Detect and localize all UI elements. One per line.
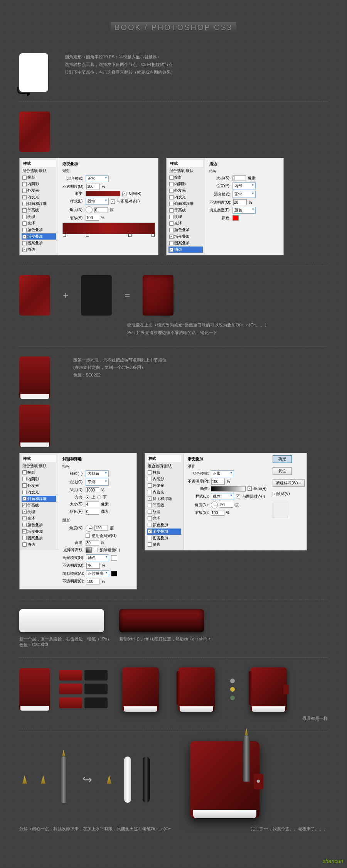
ok-button[interactable]: 确定 [273,455,292,463]
style-item[interactable]: 内发光 [22,194,56,200]
blend-select[interactable]: 正常 [232,191,256,198]
section-4: 跟第一步同理，只不过把旋转节点调到上中节点位 (在未旋转之前，复制一个ctrl+… [19,347,328,599]
style-item[interactable]: 内发光 [168,194,203,200]
style-item[interactable]: 纹理 [22,214,56,220]
plus-icon: + [63,290,68,301]
book-preview [19,668,50,711]
filltype-select[interactable]: 颜色 [232,207,256,214]
section-6: 原理都是一样 [19,658,328,731]
final-book-icon [190,741,259,818]
red-cover-preview [19,111,50,152]
angle-input[interactable] [94,207,108,213]
pen-assembled [60,757,67,803]
style-item[interactable]: 光泽 [168,220,203,226]
size-input[interactable] [232,175,246,181]
style-list: 样式 混合选项:默认 投影 内阴影 外发光 内发光 斜面和浮雕 等高线 纹理 光… [145,453,184,550]
blend-options[interactable]: 混合选项:默认 [22,168,56,174]
book-icon-2 [178,667,215,712]
section-5: 新一个层，画一条路径，右击描边，铅笔（1Px） 色值：C3C3C3 复制(ctr… [19,599,328,658]
dialog-buttons: 确定 复位 新建样式(W)... 预览(V) [271,453,306,520]
style-item[interactable]: 颜色叠加 [22,227,56,233]
pen-nib-icon [41,775,45,784]
style-list: 样式 混合选项:默认 投影 内阴影 外发光 内发光 斜面和浮雕 等高线 纹理 光… [20,453,58,550]
style-item[interactable]: 投影 [168,174,203,181]
style-item[interactable]: 内阴影 [168,181,203,187]
result-preview [143,275,174,316]
preview-swatch [273,503,288,518]
section-1: 圆角矩形（圆角半径10 PS：半径越大显示就越厚） 选择转换点工具，选择左下角两… [19,44,328,102]
style-select[interactable]: 线性 [86,198,109,205]
layer-style-dialog-3: 样式 混合选项:默认 投影 内阴影 外发光 内发光 斜面和浮雕 等高线 纹理 光… [19,453,137,589]
page-strip-light [19,609,104,632]
style-list: 样式 混合选项:默认 投影 内阴影 外发光 内发光 斜面和浮雕 等高线 纹理 光… [167,158,205,255]
pen-nib-icon [22,775,27,784]
blend-mode-select[interactable]: 正常 [86,175,109,182]
style-item[interactable]: 图案叠加 [168,240,203,246]
white-rect-preview [19,53,48,92]
style-item[interactable]: 渐变叠加 [168,233,203,240]
gradient-panel-2: 渐变叠加 渐变 混合模式:正常 不透明度(P): % 渐变: 反向(R) 样式(… [185,453,270,520]
align-checkbox[interactable] [111,199,115,204]
style-list: 样式 混合选项:默认 投影 内阴影 外发光 内发光 斜面和浮雕 等高线 纹理 光… [20,158,58,255]
style-item[interactable]: 斜面和浮雕 [22,201,56,207]
cancel-button[interactable]: 复位 [273,467,292,475]
scale-input[interactable] [86,215,99,221]
reverse-checkbox[interactable] [122,192,126,196]
style-item-gradient[interactable]: 渐变叠加 [22,233,56,240]
arrow-squiggle: ↪ [83,773,92,786]
pen-nib-icon [107,775,111,784]
book-with-pages-2 [19,405,50,447]
style-item[interactable]: 光泽 [22,220,56,226]
style-item[interactable]: 外发光 [168,187,203,194]
layer-style-dialog-4: 样式 混合选项:默认 投影 内阴影 外发光 内发光 斜面和浮雕 等高线 纹理 光… [145,453,307,551]
color-picker[interactable] [232,215,239,221]
style-item[interactable]: 等高线 [168,207,203,213]
style-item[interactable]: 内阴影 [22,181,56,187]
gradient-overlay-panel: 渐变叠加 渐变 混合模式:正常 不透明度(O): % 渐变: 反向(R) 样式(… [59,158,158,237]
position-select[interactable]: 内部 [232,182,256,189]
book-with-pages [19,356,50,399]
page-title: BOOK / PHOTOSHOP CS3 [19,12,328,44]
section-3: + = 纹理盖在上面（模式改为柔光~当然重口味的可以改为叠加O(∩_∩)O~。。… [19,265,328,347]
layer-style-dialog-1: 样式 混合选项:默认 投影 内阴影 外发光 内发光 斜面和浮雕 等高线 纹理 光… [19,158,158,255]
book-icon-1 [122,667,159,712]
style-item[interactable]: 等高线 [22,207,56,213]
style-item[interactable]: 斜面和浮雕 [168,201,203,207]
style-item-stroke[interactable]: 描边 [168,247,203,253]
style-item[interactable]: 投影 [22,174,56,181]
page-strip-dark [119,609,204,632]
new-style-button[interactable]: 新建样式(W)... [273,479,304,487]
equals-icon: = [125,290,130,301]
style-item[interactable]: 外发光 [22,187,56,194]
style-item[interactable]: 纹理 [168,214,203,220]
stroke-panel: 描边 结构 大小(S):像素 位置(P):内部 混合模式:正常 不透明度(O):… [206,158,283,225]
gradient-picker[interactable] [86,191,120,196]
layer-style-dialog-2: 样式 混合选项:默认 投影 内阴影 外发光 内发光 斜面和浮雕 等高线 纹理 光… [166,158,284,255]
pen-part-white [124,757,131,803]
style-item[interactable]: 描边 [22,247,56,253]
section-2: 样式 混合选项:默认 投影 内阴影 外发光 内发光 斜面和浮雕 等高线 纹理 光… [19,102,328,265]
gradient-editor[interactable] [62,223,155,234]
pen-part-black [143,757,150,803]
styles-header: 样式 [22,160,56,167]
opacity-input[interactable] [86,184,100,189]
opacity-input[interactable] [233,199,247,205]
bevel-panel: 斜面和浮雕 结构 样式(T):内斜面 方法(Q):平滑 深度(D): % 方向:… [59,453,136,589]
book-icon-3 [250,667,287,712]
section-7: ↪ 分解（耐心一点，我就没静下来，在加上水平有限，只能画出这种钢笔O(∩_∩)O… [19,731,328,841]
angle-dial[interactable] [86,206,93,213]
blend-options[interactable]: 混合选项:默认 [168,168,203,174]
red-cover [19,275,50,316]
style-item[interactable]: 颜色叠加 [168,227,203,233]
section1-text: 圆角矩形（圆角半径10 PS：半径越大显示就越厚） 选择转换点工具，选择左下角两… [65,53,175,76]
texture-preview [81,275,112,316]
style-item[interactable]: 图案叠加 [22,240,56,246]
